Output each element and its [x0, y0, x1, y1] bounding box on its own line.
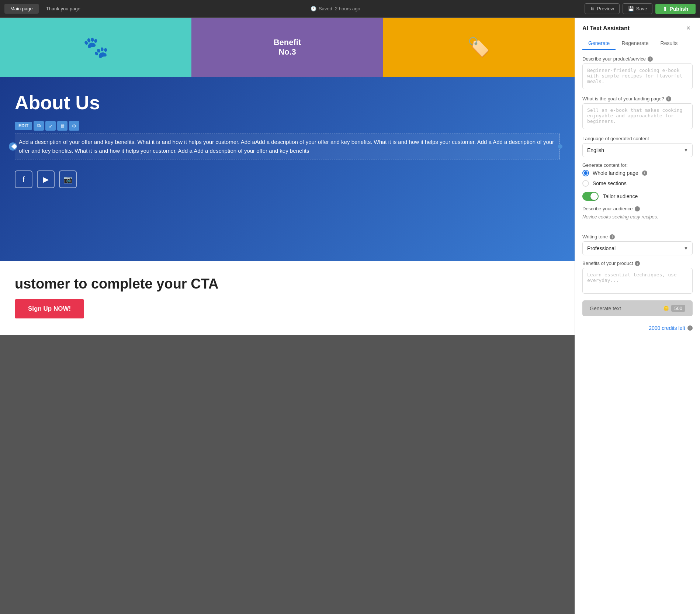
topbar-right: 🖥 Preview 💾 Save ⬆ Publish — [585, 3, 696, 14]
canvas-area: 🐾 Benefit No.3 🏷️ About Us EDIT ⧉ ⤢ 🗑 ⚙ — [0, 18, 575, 614]
edit-toolbar: EDIT ⧉ ⤢ 🗑 ⚙ — [15, 121, 560, 131]
generate-btn-right: 🪙 500 — [663, 305, 685, 312]
writing-tone-select[interactable]: Professional Casual Friendly Formal — [582, 241, 693, 255]
radio-circle-sections[interactable] — [582, 180, 589, 187]
goal-field-group: What is the goal of your landing page? i — [582, 96, 693, 131]
benefit-card-purple: Benefit No.3 — [191, 18, 383, 77]
credits-left-link[interactable]: 2000 credits left — [649, 325, 685, 331]
writing-tone-label: Writing tone i — [582, 234, 693, 239]
credits-info-icon: i — [687, 325, 693, 331]
signup-button[interactable]: Sign Up NOW! — [15, 299, 84, 318]
ai-panel-tabs: Generate Regenerate Results — [575, 37, 700, 50]
tab-main-page[interactable]: Main page — [4, 4, 39, 14]
radio-inner-whole — [584, 171, 588, 175]
goal-label: What is the goal of your landing page? i — [582, 96, 693, 101]
cta-section: ustomer to complete your CTA Sign Up NOW… — [0, 261, 575, 335]
writing-tone-group: Writing tone i Professional Casual Frien… — [582, 234, 693, 255]
upload-icon: ⬆ — [663, 6, 667, 12]
close-button[interactable]: × — [684, 24, 693, 33]
benefits-label: Benefits of your product i — [582, 261, 693, 266]
tab-results[interactable]: Results — [655, 37, 684, 50]
topbar: Main page Thank you page 🕐 Saved: 2 hour… — [0, 0, 700, 18]
benefits-textarea[interactable] — [582, 268, 693, 294]
tab-generate[interactable]: Generate — [582, 37, 616, 50]
radio-circle-whole[interactable] — [582, 170, 589, 176]
credits-row: 2000 credits left i — [575, 322, 700, 337]
audience-placeholder-text: Novice cooks seeking easy recipes. — [582, 213, 693, 220]
credit-cost-chip: 500 — [671, 305, 685, 312]
main-layout: 🐾 Benefit No.3 🏷️ About Us EDIT ⧉ ⤢ 🗑 ⚙ — [0, 18, 700, 614]
form-divider — [582, 227, 693, 227]
audience-label: Describe your audience i — [582, 206, 693, 211]
radio-some-sections[interactable]: Some sections — [582, 180, 693, 187]
product-field-group: Describe your product/service i — [582, 56, 693, 91]
benefit-title: Benefit No.3 — [274, 38, 301, 57]
writing-tone-info-icon: i — [610, 234, 615, 239]
edit-button[interactable]: EDIT — [15, 122, 32, 130]
ai-panel: AI Text Assistant × Generate Regenerate … — [575, 18, 700, 614]
duplicate-button[interactable]: ⧉ — [34, 121, 44, 131]
product-info-icon: i — [648, 56, 653, 62]
ai-panel-title: AI Text Assistant — [582, 25, 630, 32]
benefit-section: 🐾 Benefit No.3 🏷️ — [0, 18, 575, 77]
ai-text-assistant-panel: AI Text Assistant × Generate Regenerate … — [575, 18, 700, 614]
social-icons-row: f ▶ 📷 — [15, 170, 560, 188]
benefits-info-icon: i — [635, 261, 640, 266]
ai-form: Describe your product/service i What is … — [575, 50, 700, 322]
about-section: About Us EDIT ⧉ ⤢ 🗑 ⚙ + Add a descriptio… — [0, 77, 575, 261]
save-icon: 💾 — [628, 6, 634, 11]
preview-button[interactable]: 🖥 Preview — [585, 3, 620, 14]
tailor-label: Tailor audience — [603, 193, 638, 199]
generate-text-button[interactable]: Generate text 🪙 500 — [582, 300, 693, 316]
facebook-icon[interactable]: f — [15, 170, 32, 188]
delete-button[interactable]: 🗑 — [57, 121, 67, 131]
benefit-icon-teal: 🐾 — [83, 35, 109, 59]
cta-title-text: ustomer to complete your CTA — [15, 276, 218, 292]
benefit-card-teal: 🐾 — [0, 18, 191, 77]
publish-button[interactable]: ⬆ Publish — [655, 4, 696, 14]
cta-title: ustomer to complete your CTA — [15, 276, 560, 292]
move-button[interactable]: ⤢ — [45, 121, 56, 131]
writing-tone-select-wrapper: Professional Casual Friendly Formal ▼ — [582, 241, 693, 255]
topbar-center: 🕐 Saved: 2 hours ago — [88, 6, 583, 11]
settings-button[interactable]: ⚙ — [69, 121, 79, 131]
about-title: About Us — [15, 92, 560, 114]
clock-icon: 🕐 — [311, 6, 316, 11]
save-button[interactable]: 💾 Save — [623, 3, 653, 14]
radio-group: Whole landing page i Some sections — [582, 170, 693, 187]
text-block-wrapper: + Add a description of your offer and ke… — [15, 134, 560, 159]
language-select[interactable]: English Spanish French German — [582, 143, 693, 157]
saved-status: Saved: 2 hours ago — [319, 6, 360, 11]
coin-icon: 🪙 — [663, 306, 669, 311]
tailor-audience-toggle[interactable] — [582, 192, 599, 201]
drag-handle-left[interactable] — [12, 144, 17, 149]
ai-panel-header: AI Text Assistant × — [575, 18, 700, 33]
benefit-icon-orange: 🏷️ — [467, 38, 490, 56]
tab-regenerate[interactable]: Regenerate — [616, 37, 654, 50]
instagram-icon[interactable]: 📷 — [59, 170, 77, 188]
tailor-audience-row: Tailor audience — [582, 192, 693, 201]
drag-handle-right[interactable] — [558, 144, 562, 149]
text-block-container[interactable]: Add a description of your offer and key … — [15, 134, 560, 159]
youtube-icon[interactable]: ▶ — [37, 170, 55, 188]
language-field-group: Language of generated content English Sp… — [582, 136, 693, 157]
whole-page-info-icon: i — [642, 170, 647, 176]
language-select-wrapper: English Spanish French German ▼ — [582, 143, 693, 157]
generate-for-label: Generate content for: — [582, 162, 693, 168]
audience-info-icon: i — [635, 206, 640, 211]
benefits-field-group: Benefits of your product i — [582, 261, 693, 295]
toggle-knob — [590, 193, 598, 200]
language-label: Language of generated content — [582, 136, 693, 141]
goal-info-icon: i — [666, 96, 671, 101]
benefit-card-orange: 🏷️ — [383, 18, 575, 77]
goal-textarea[interactable] — [582, 103, 693, 129]
about-body-text: Add a description of your offer and key … — [19, 138, 556, 155]
radio-whole-page[interactable]: Whole landing page i — [582, 170, 693, 176]
generate-for-group: Generate content for: Whole landing page… — [582, 162, 693, 187]
audience-field-group: Describe your audience i Novice cooks se… — [582, 206, 693, 220]
product-label: Describe your product/service i — [582, 56, 693, 62]
tab-thank-you-page[interactable]: Thank you page — [40, 4, 86, 14]
product-textarea[interactable] — [582, 63, 693, 89]
monitor-icon: 🖥 — [590, 6, 595, 11]
